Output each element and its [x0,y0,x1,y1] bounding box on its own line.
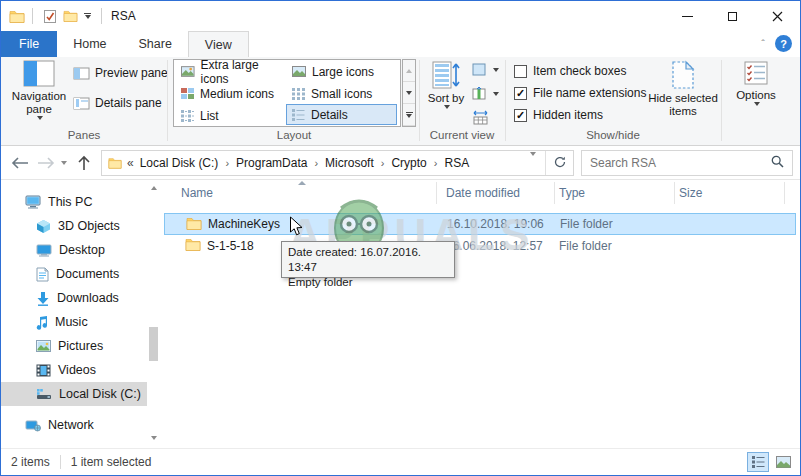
qat-customize-dropdown[interactable] [84,13,91,19]
breadcrumb-item-crypto[interactable]: Crypto [387,156,430,170]
breadcrumb-item-rsa[interactable]: RSA [440,156,473,170]
hide-selected-items-icon [670,60,696,90]
forward-button[interactable] [35,153,57,173]
breadcrumb-item-programdata[interactable]: ProgramData [232,156,311,170]
file-date-modified: 16.10.2018. 19:06 [447,217,544,231]
collapse-ribbon-icon[interactable]: ˆ [761,38,765,50]
extra-large-icons-option[interactable]: Extra large icons [176,61,287,82]
scrollbar-down-button[interactable] [148,432,159,444]
preview-pane-label: Preview pane [95,66,168,80]
this-pc-icon [25,195,41,209]
tab-view[interactable]: View [188,31,249,57]
sidebar-item-local-disk-c[interactable]: Local Disk (C:) [1,382,147,406]
recent-locations-dropdown[interactable] [57,153,71,173]
dropdown-arrow-icon [754,102,760,106]
column-divider[interactable] [674,182,675,204]
breadcrumb[interactable]: « Local Disk (C:) › ProgramData › Micros… [101,150,574,176]
details-view-button[interactable] [747,452,769,472]
scrollbar-thumb[interactable] [149,327,158,361]
list-option[interactable]: List [176,105,287,126]
hidden-items-checkbox[interactable]: ✓ Hidden items [514,108,603,122]
column-header-size[interactable]: Size [679,186,702,200]
size-columns-button[interactable] [472,110,489,125]
details-view-icon [752,456,765,468]
search-button[interactable] [763,155,792,171]
back-button[interactable] [9,153,31,173]
sidebar-scrollbar[interactable] [148,182,159,444]
sidebar-item-documents[interactable]: Documents [1,262,147,286]
hide-selected-items-button[interactable]: Hide selected items [647,60,719,118]
breadcrumb-item-microsoft[interactable]: Microsoft [321,156,378,170]
column-header-type[interactable]: Type [559,186,585,200]
sidebar-item-label: Desktop [59,243,105,257]
breadcrumb-separator-icon[interactable]: › [378,157,388,169]
sort-by-button[interactable]: Sort by [425,60,467,109]
group-by-button[interactable] [472,63,499,76]
thumbnails-view-button[interactable] [772,452,794,472]
column-divider[interactable] [784,182,785,204]
selection-count: 1 item selected [71,455,152,469]
scrollbar-up-button[interactable] [148,182,159,194]
small-icons-option[interactable]: Small icons [287,83,398,104]
up-button[interactable] [73,153,95,173]
breadcrumb-overflow[interactable]: « [122,156,136,170]
details-option-selected[interactable]: Details [286,104,397,125]
tab-file[interactable]: File [1,31,57,57]
preview-pane-button[interactable]: Preview pane [73,66,168,80]
column-header-name[interactable]: Name [181,186,213,200]
list-view-icon [181,110,194,122]
local-disk-icon [36,388,52,400]
help-icon[interactable]: ? [775,35,792,52]
options-button[interactable]: Options [728,60,784,106]
gallery-scroll-down-button[interactable] [403,82,415,104]
sidebar-item-desktop[interactable]: Desktop [1,238,147,262]
refresh-button[interactable] [547,156,573,171]
details-view-icon [292,109,305,121]
downloads-icon [36,291,50,306]
sidebar-item-this-pc[interactable]: This PC [1,190,147,214]
column-divider[interactable] [554,182,555,204]
forward-icon [37,157,55,169]
navigation-pane-button[interactable]: Navigation pane [9,60,69,120]
dropdown-arrow-icon [493,92,499,96]
dropdown-arrow-icon [37,116,43,120]
sidebar-item-videos[interactable]: Videos [1,358,147,382]
gallery-expand-button[interactable] [403,104,415,126]
breadcrumb-item-local-disk[interactable]: Local Disk (C:) [136,156,223,170]
file-name-extensions-checkbox[interactable]: ✓ File name extensions [514,86,646,100]
sidebar-item-music[interactable]: Music [1,310,147,334]
tab-share[interactable]: Share [123,31,188,57]
sidebar-item-label: Downloads [57,291,119,305]
details-pane-button[interactable]: Details pane [73,96,162,110]
breadcrumb-separator-icon[interactable]: › [222,157,232,169]
large-icons-option[interactable]: Large icons [287,61,398,82]
chevron-down-icon [530,152,536,170]
minimize-button[interactable] [665,1,710,31]
refresh-icon [554,156,566,168]
qat-properties-button[interactable] [43,9,57,24]
close-button[interactable] [755,1,800,31]
breadcrumb-separator-icon[interactable]: › [311,157,321,169]
add-columns-button[interactable] [472,87,499,100]
search-input[interactable] [582,156,763,170]
sidebar-item-downloads[interactable]: Downloads [1,286,147,310]
title-bar: RSA [1,1,800,31]
medium-icons-option[interactable]: Medium icons [176,83,287,104]
maximize-button[interactable] [710,1,755,31]
address-dropdown-button[interactable] [522,156,544,170]
file-row-machinekeys[interactable]: MachineKeys 16.10.2018. 19:06 File folde… [164,213,796,235]
column-divider[interactable] [436,182,437,204]
breadcrumb-separator-icon[interactable]: › [431,157,441,169]
sidebar-item-network[interactable]: Network [1,413,147,437]
file-row-s-1-5-18[interactable]: S-1-5-18 16.06.2018. 12:57 File folder [164,235,796,257]
scroll-down-icon [406,91,412,95]
column-header-date-modified[interactable]: Date modified [446,186,520,200]
tab-home[interactable]: Home [57,31,122,57]
item-check-boxes-checkbox[interactable]: Item check boxes [514,64,626,78]
sidebar-item-3d-objects[interactable]: 3D Objects [1,214,147,238]
sidebar-item-pictures[interactable]: Pictures [1,334,147,358]
gallery-scroll-up-button[interactable] [403,60,415,82]
navigation-pane-label: Navigation pane [9,90,69,116]
file-name: S-1-5-18 [207,239,254,253]
qat-newfolder-button[interactable] [63,10,78,22]
